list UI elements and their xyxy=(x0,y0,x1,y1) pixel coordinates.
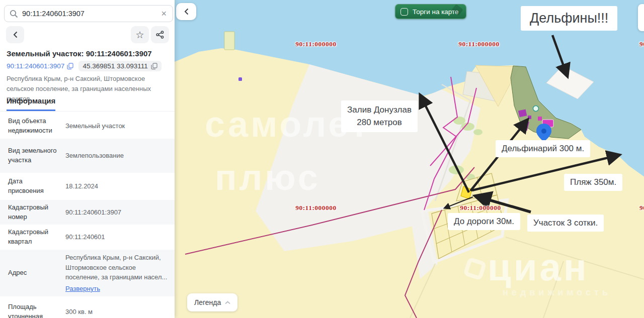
close-icon[interactable]: × xyxy=(160,9,168,18)
row-value: 90:11:240601 xyxy=(65,232,169,242)
row-label: Адрес xyxy=(8,268,59,278)
info-row: Вид объекта недвижимости Земельный участ… xyxy=(0,114,175,139)
district-label: 90:11:000000 xyxy=(295,40,337,48)
row-value: 90:11:240601:3907 xyxy=(65,207,169,218)
search-icon xyxy=(10,10,18,18)
info-row: Дата присвоения 18.12.2024 xyxy=(0,173,175,200)
info-row: Кадастровый квартал 90:11:240601 xyxy=(0,225,175,250)
small-pier xyxy=(224,32,234,50)
chevron-left-icon xyxy=(13,31,18,38)
back-button[interactable] xyxy=(6,26,24,43)
row-label: Площадь уточненная xyxy=(8,302,59,318)
coordinates-text: 45.369851 33.093111 xyxy=(83,62,147,70)
row-label: Кадастровый квартал xyxy=(8,228,59,247)
row-value: Землепользование xyxy=(65,151,169,161)
chevron-up-icon xyxy=(225,301,230,304)
cadastral-number-chip[interactable]: 90:11:240601:3907 xyxy=(7,62,73,70)
expand-address-link[interactable]: Развернуть xyxy=(65,284,100,294)
info-table: Вид объекта недвижимости Земельный участ… xyxy=(0,114,175,318)
share-icon xyxy=(156,31,164,39)
annotation-dolphinarium: Дельфинарий 300 м. xyxy=(496,140,590,157)
tab-information[interactable]: Информация xyxy=(7,96,55,111)
row-value: Земельный участок xyxy=(65,121,169,131)
watermark-plus: плюс xyxy=(215,157,320,198)
chevron-left-icon xyxy=(184,8,189,15)
district-label: 90:00 xyxy=(639,40,644,48)
map-zoom-control[interactable] xyxy=(638,4,644,31)
torgi-label: Торги на карте xyxy=(413,8,459,16)
map-canvas[interactable]: самолет плюс циан недвижимость 90:11:000… xyxy=(175,0,644,318)
copy-icon[interactable] xyxy=(151,63,157,70)
object-title: Земельный участок: 90:11:240601:3907 xyxy=(7,49,170,58)
search-bar[interactable]: × xyxy=(4,5,173,22)
annotation-beach: Пляж 350м. xyxy=(564,174,622,191)
share-button[interactable] xyxy=(151,26,169,43)
star-icon: ☆ xyxy=(135,29,144,41)
object-chips: 90:11:240601:3907 45.369851 33.093111 xyxy=(7,61,162,71)
torgi-checkbox[interactable] xyxy=(400,8,408,16)
search-input[interactable] xyxy=(22,10,160,18)
annotation-bay-line2: 280 метров xyxy=(347,117,412,129)
pier xyxy=(546,66,594,99)
annotation-dolphins: Дельфины!!! xyxy=(521,6,617,31)
info-row: Вид земельного участка Землепользование xyxy=(0,139,175,173)
row-label: Дата присвоения xyxy=(8,177,59,196)
district-label: 90:11:000000 xyxy=(460,204,501,212)
legend-button[interactable]: Легенда xyxy=(187,293,237,311)
object-panel: × ☆ Земельный участок: 90:1 xyxy=(0,0,175,318)
row-label: Вид объекта недвижимости xyxy=(8,117,59,136)
collapse-panel-button[interactable] xyxy=(176,3,196,20)
district-label: 90:00 xyxy=(639,204,644,212)
panel-toolbar: ☆ xyxy=(6,26,169,43)
annotation-bay: Залив Донузлав 280 метров xyxy=(341,100,418,132)
district-label: 90:11:000000 xyxy=(458,40,500,48)
row-value: 18.12.2024 xyxy=(65,181,169,191)
row-label: Вид земельного участка xyxy=(8,146,59,165)
district-label: 90:11:000000 xyxy=(295,204,337,212)
cadastral-number-text: 90:11:240601:3907 xyxy=(7,62,64,70)
info-row: Адрес Республика Крым, р-н Сакский, Штор… xyxy=(0,250,175,296)
coordinates-chip[interactable]: 45.369851 33.093111 xyxy=(78,61,161,71)
info-row: Кадастровый номер 90:11:240601:3907 xyxy=(0,200,175,225)
row-value: Республика Крым, р-н Сакский, Штормовско… xyxy=(65,253,169,293)
leisure-icon xyxy=(533,106,539,112)
watermark-cian: циан xyxy=(488,245,589,289)
address-value: Республика Крым, р-н Сакский, Штормовско… xyxy=(65,254,167,281)
annotation-bay-line1: Залив Донузлав xyxy=(347,104,412,117)
annotation-plot: Участок 3 сотки. xyxy=(527,215,604,232)
annotation-road: До дороги 30м. xyxy=(448,213,520,230)
app-window: самолет плюс циан недвижимость 90:11:000… xyxy=(0,0,644,318)
torgi-na-karte-button[interactable]: Торги на карте xyxy=(395,4,466,19)
poi-dot xyxy=(238,77,242,81)
tabs: Информация xyxy=(0,96,175,112)
row-value: 300 кв. м xyxy=(65,307,169,317)
watermark-cian-sub: недвижимость xyxy=(503,287,611,298)
row-label: Кадастровый номер xyxy=(8,203,59,222)
legend-label: Легенда xyxy=(194,298,221,306)
info-row: Площадь уточненная 300 кв. м xyxy=(0,296,175,318)
copy-icon[interactable] xyxy=(67,63,73,70)
favorite-button[interactable]: ☆ xyxy=(131,26,149,43)
